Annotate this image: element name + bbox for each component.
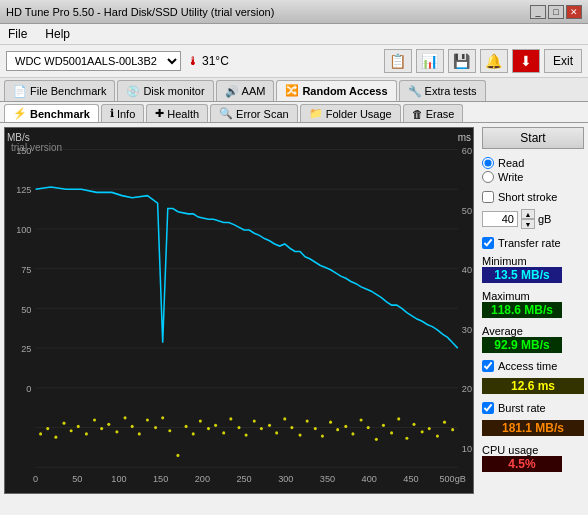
sub-tab-health[interactable]: ✚ Health: [146, 104, 208, 122]
icon-btn-2[interactable]: 📊: [416, 49, 444, 73]
file-benchmark-icon: 📄: [13, 85, 27, 98]
svg-point-58: [306, 419, 309, 422]
info-icon: ℹ: [110, 107, 114, 120]
burst-rate-label: Burst rate: [498, 402, 546, 414]
sub-tab-erase[interactable]: 🗑 Erase: [403, 104, 464, 122]
svg-point-64: [351, 432, 354, 435]
extra-tests-icon: 🔧: [408, 85, 422, 98]
svg-text:200: 200: [195, 473, 210, 484]
svg-point-72: [412, 423, 415, 426]
svg-text:500gB: 500gB: [439, 473, 465, 484]
read-radio[interactable]: [482, 157, 494, 169]
read-radio-label[interactable]: Read: [482, 157, 584, 169]
icon-btn-1[interactable]: 📋: [384, 49, 412, 73]
svg-text:300: 300: [278, 473, 293, 484]
aam-icon: 🔊: [225, 85, 239, 98]
tab-extra-tests-label: Extra tests: [425, 85, 477, 97]
short-stroke-checkbox[interactable]: [482, 191, 494, 203]
svg-point-56: [290, 426, 293, 429]
transfer-rate-option[interactable]: Transfer rate: [482, 237, 584, 249]
short-stroke-option[interactable]: Short stroke: [482, 191, 584, 203]
drive-select[interactable]: WDC WD5001AALS-00L3B2 (500 gB): [6, 51, 181, 71]
sub-tab-benchmark[interactable]: ⚡ Benchmark: [4, 104, 99, 122]
menu-bar: File Help: [0, 24, 588, 45]
svg-point-46: [214, 424, 217, 427]
maximum-value: 118.6 MB/s: [482, 302, 562, 318]
svg-rect-0: [5, 128, 473, 493]
svg-text:10: 10: [462, 443, 472, 454]
svg-point-60: [321, 434, 324, 437]
exit-button[interactable]: Exit: [544, 49, 582, 73]
svg-point-54: [275, 431, 278, 434]
svg-point-53: [268, 424, 271, 427]
random-access-icon: 🔀: [285, 84, 299, 97]
close-button[interactable]: ✕: [566, 5, 582, 19]
cpu-usage-label: CPU usage: [482, 444, 584, 456]
icon-btn-3[interactable]: 💾: [448, 49, 476, 73]
svg-point-65: [360, 418, 363, 421]
minimum-stat: Minimum 13.5 MB/s: [482, 255, 584, 283]
tab-file-benchmark[interactable]: 📄 File Benchmark: [4, 80, 115, 101]
svg-point-55: [283, 417, 286, 420]
gb-spinbox[interactable]: [482, 211, 518, 227]
spin-up-button[interactable]: ▲: [521, 209, 535, 219]
svg-point-30: [93, 418, 96, 421]
cpu-usage-value: 4.5%: [482, 456, 562, 472]
svg-point-31: [100, 427, 103, 430]
average-value: 92.9 MB/s: [482, 337, 562, 353]
sub-tab-error-scan[interactable]: 🔍 Error Scan: [210, 104, 298, 122]
health-icon: ✚: [155, 107, 164, 120]
svg-point-74: [428, 427, 431, 430]
burst-rate-option[interactable]: Burst rate: [482, 402, 584, 414]
toolbar: WDC WD5001AALS-00L3B2 (500 gB) 🌡 31°C 📋 …: [0, 45, 588, 78]
svg-text:50: 50: [462, 205, 472, 216]
burst-rate-checkbox[interactable]: [482, 402, 494, 414]
svg-point-66: [367, 426, 370, 429]
read-label: Read: [498, 157, 524, 169]
main-content: MB/s ms trial version 150 125 100 75 50 …: [0, 123, 588, 498]
start-button[interactable]: Start: [482, 127, 584, 149]
transfer-rate-label: Transfer rate: [498, 237, 561, 249]
svg-point-44: [199, 419, 202, 422]
title-bar: HD Tune Pro 5.50 - Hard Disk/SSD Utility…: [0, 0, 588, 24]
sub-tab-folder-usage[interactable]: 📁 Folder Usage: [300, 104, 401, 122]
tab-extra-tests[interactable]: 🔧 Extra tests: [399, 80, 486, 101]
svg-point-63: [344, 425, 347, 428]
sub-tab-info-label: Info: [117, 108, 135, 120]
svg-point-61: [329, 421, 332, 424]
minimize-button[interactable]: _: [530, 5, 546, 19]
svg-text:450: 450: [403, 473, 418, 484]
svg-point-36: [138, 432, 141, 435]
average-stat: Average 92.9 MB/s: [482, 325, 584, 353]
access-time-checkbox[interactable]: [482, 360, 494, 372]
access-time-value: 12.6 ms: [482, 378, 584, 394]
icon-btn-5[interactable]: ⬇: [512, 49, 540, 73]
benchmark-chart: 150 125 100 75 50 25 0 60 50 40 30 20 10: [5, 128, 473, 493]
svg-text:350: 350: [320, 473, 335, 484]
maximize-button[interactable]: □: [548, 5, 564, 19]
burst-rate-value: 181.1 MB/s: [482, 420, 584, 436]
maximum-label: Maximum: [482, 290, 584, 302]
spin-down-button[interactable]: ▼: [521, 219, 535, 229]
benchmark-icon: ⚡: [13, 107, 27, 120]
menu-file[interactable]: File: [4, 26, 31, 42]
write-radio[interactable]: [482, 171, 494, 183]
icon-btn-4[interactable]: 🔔: [480, 49, 508, 73]
svg-text:75: 75: [21, 264, 31, 275]
tab-disk-monitor[interactable]: 💿 Disk monitor: [117, 80, 213, 101]
svg-point-42: [185, 425, 188, 428]
tab-random-access[interactable]: 🔀 Random Access: [276, 80, 396, 101]
menu-help[interactable]: Help: [41, 26, 74, 42]
cpu-usage-stat: CPU usage 4.5%: [482, 444, 584, 472]
svg-text:0: 0: [33, 473, 38, 484]
svg-point-69: [390, 431, 393, 434]
svg-text:50: 50: [72, 473, 82, 484]
tab-aam[interactable]: 🔊 AAM: [216, 80, 275, 101]
write-radio-label[interactable]: Write: [482, 171, 584, 183]
trial-watermark: trial version: [11, 142, 62, 153]
svg-text:0: 0: [26, 383, 31, 394]
access-time-option[interactable]: Access time: [482, 360, 584, 372]
transfer-rate-checkbox[interactable]: [482, 237, 494, 249]
sub-tab-info[interactable]: ℹ Info: [101, 104, 144, 122]
gb-unit-label: gB: [538, 213, 551, 225]
